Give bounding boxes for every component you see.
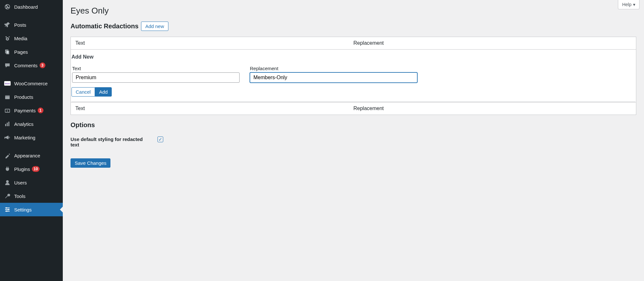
svg-text:$: $ [7, 109, 8, 112]
svg-point-14 [6, 180, 9, 183]
payments-icon: $ [4, 107, 11, 114]
add-new-form: Add New Text Replacement Cancel Add [71, 50, 635, 102]
svg-rect-10 [5, 124, 6, 126]
plugins-icon [4, 165, 11, 173]
svg-rect-3 [9, 36, 10, 37]
sidebar-item-payments[interactable]: $ Payments 1 [0, 104, 63, 117]
column-footer-replacement: Replacement [354, 106, 632, 111]
sidebar-item-label: Comments [14, 63, 38, 68]
sidebar-item-label: Analytics [14, 121, 33, 127]
sidebar-item-plugins[interactable]: Plugins 10 [0, 162, 63, 176]
sidebar-item-marketing[interactable]: Marketing [0, 131, 63, 144]
sidebar-item-products[interactable]: Products [0, 90, 63, 104]
replacement-input[interactable] [250, 72, 417, 83]
sidebar-item-label: Appearance [14, 153, 40, 158]
sidebar-item-label: Payments [14, 108, 36, 113]
svg-point-18 [6, 207, 7, 209]
sidebar-item-analytics[interactable]: Analytics [0, 117, 63, 131]
svg-rect-2 [5, 36, 7, 37]
appearance-icon [4, 152, 11, 159]
sidebar-item-label: WooCommerce [14, 81, 48, 86]
plugins-badge: 10 [32, 166, 39, 172]
svg-rect-5 [6, 51, 9, 54]
column-header-replacement: Replacement [354, 40, 632, 46]
default-styling-checkbox[interactable]: ✓ [157, 136, 163, 142]
default-styling-label: Use default styling for redacted text [71, 136, 157, 147]
settings-icon [4, 206, 11, 213]
replacement-label: Replacement [250, 66, 417, 71]
comment-icon [4, 62, 11, 69]
text-label: Text [72, 66, 240, 71]
sidebar-item-label: Pages [14, 49, 28, 55]
sidebar-item-media[interactable]: Media [0, 32, 63, 45]
sidebar-item-label: Media [14, 36, 27, 41]
svg-rect-7 [5, 95, 10, 96]
sidebar-item-pages[interactable]: Pages [0, 45, 63, 59]
sidebar-item-dashboard[interactable]: Dashboard [0, 0, 63, 14]
add-button[interactable]: Add [95, 87, 112, 97]
products-icon [4, 93, 11, 100]
add-new-button[interactable]: Add new [141, 22, 168, 31]
chevron-down-icon: ▾ [633, 2, 635, 7]
table-footer: Text Replacement [71, 102, 636, 115]
save-changes-button[interactable]: Save Changes [71, 158, 110, 168]
sidebar-item-label: Settings [14, 207, 32, 212]
woocommerce-icon: woo [4, 80, 11, 87]
column-header-text: Text [75, 40, 354, 46]
sidebar-item-appearance[interactable]: Appearance [0, 149, 63, 162]
sidebar-item-label: Marketing [14, 135, 35, 140]
sidebar-item-label: Plugins [14, 166, 30, 172]
cancel-button[interactable]: Cancel [71, 87, 95, 97]
text-input[interactable] [72, 72, 240, 83]
payments-badge: 1 [38, 108, 43, 113]
redactions-heading: Automatic Redactions [71, 23, 138, 30]
dashboard-icon [4, 3, 11, 10]
options-heading: Options [71, 121, 636, 129]
marketing-icon [4, 134, 11, 141]
table-header: Text Replacement [71, 37, 636, 50]
sidebar-item-comments[interactable]: Comments 3 [0, 59, 63, 72]
svg-point-1 [7, 38, 8, 40]
redactions-table: Text Replacement Add New Text Replacemen… [71, 37, 636, 115]
sidebar-item-label: Users [14, 180, 27, 185]
media-icon [4, 35, 11, 42]
page-title: Eyes Only [71, 6, 636, 16]
sidebar-item-label: Dashboard [14, 4, 38, 10]
svg-rect-12 [8, 122, 9, 126]
comments-badge: 3 [40, 62, 45, 68]
sidebar-item-tools[interactable]: Tools [0, 189, 63, 203]
sidebar-item-settings[interactable]: Settings [0, 203, 63, 216]
sidebar-item-woocommerce[interactable]: woo WooCommerce [0, 77, 63, 90]
main-content: Help ▾ Eyes Only Automatic Redactions Ad… [63, 0, 644, 281]
sidebar-item-label: Posts [14, 22, 26, 28]
svg-rect-11 [7, 123, 8, 126]
add-new-heading: Add New [71, 53, 635, 66]
svg-point-19 [8, 209, 9, 210]
svg-point-20 [6, 211, 7, 212]
help-label: Help [622, 2, 631, 7]
help-button[interactable]: Help ▾ [618, 0, 639, 9]
pin-icon [4, 21, 11, 28]
analytics-icon [4, 120, 11, 127]
sidebar-item-label: Products [14, 94, 33, 100]
admin-sidebar: Dashboard Posts Media Pages Comments [0, 0, 63, 281]
sidebar-item-label: Tools [14, 193, 25, 199]
column-footer-text: Text [75, 106, 354, 111]
tools-icon [4, 192, 11, 200]
sidebar-item-posts[interactable]: Posts [0, 18, 63, 32]
svg-point-13 [8, 136, 10, 138]
pages-icon [4, 48, 11, 55]
sidebar-item-users[interactable]: Users [0, 176, 63, 189]
users-icon [4, 179, 11, 186]
